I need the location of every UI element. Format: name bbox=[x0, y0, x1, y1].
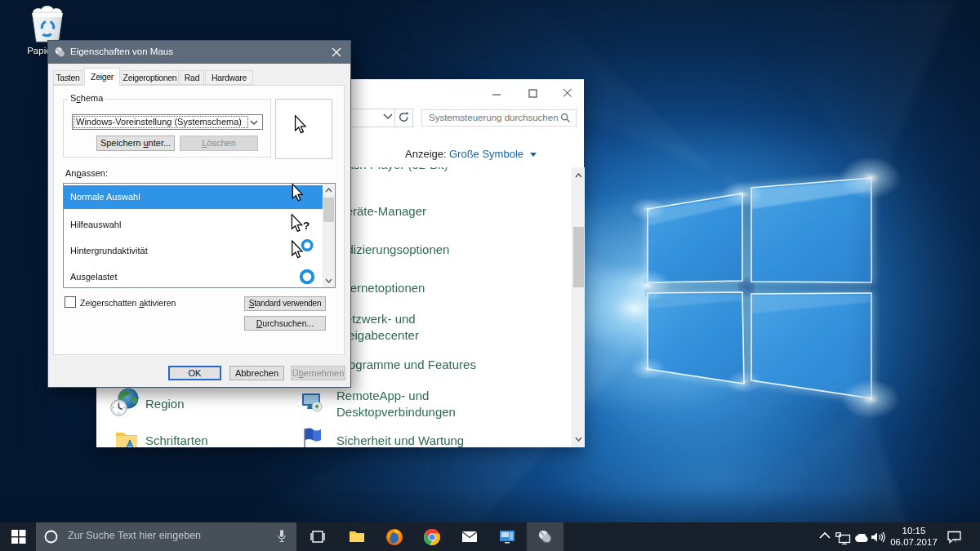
svg-text:?: ? bbox=[303, 220, 310, 232]
